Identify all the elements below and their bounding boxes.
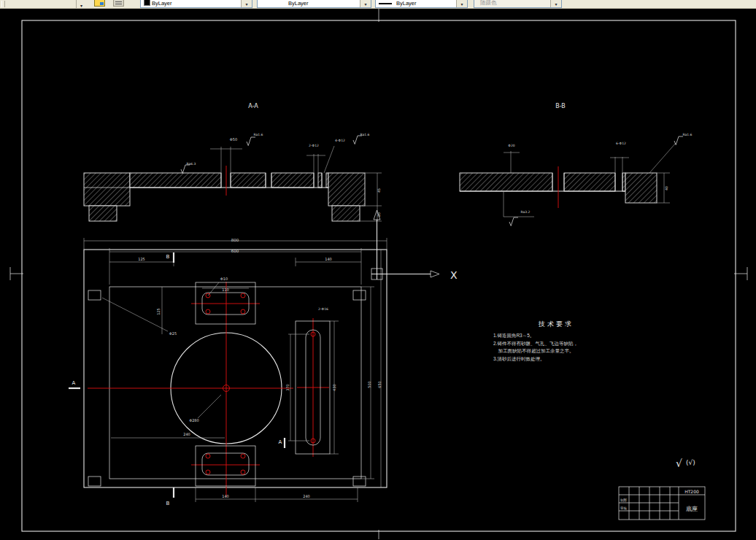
dim-label: 2-Φ16 [318,307,328,311]
dim-label: 125 [156,308,161,315]
dim-label: 430 [332,384,336,391]
ucs-icon: X [371,210,458,281]
dim-label: 2-Φ12 [309,144,319,147]
tech-req-line: 加工面缺陷不得超过加工余量之半。 [493,347,619,355]
lineweight-sample-icon [379,3,392,4]
dim-label: 40 [665,186,668,190]
dim-label: 650 [377,381,382,388]
dim-label: Φ10 [220,277,228,281]
dim-label: 800 [231,238,239,242]
dim-label: A [279,439,282,445]
dim-label: Φ20 [508,144,514,147]
tech-req-line: 3.清砂后进行时效处理。 [493,355,619,363]
dim-label: Ra6.3 [187,162,196,166]
dimension-labels: A-AΦ50Ra1.62-Φ124-Φ12Ra1.6Ra6.34520B-BΦ2… [72,103,693,506]
toolbar-overflow-icon[interactable]: ▾ [80,3,82,8]
dim-label: 6-Φ12 [616,142,626,145]
lineweight-combo[interactable]: ByLayer ▾ [375,0,468,8]
make-layer-current-icon[interactable] [94,0,105,7]
part-name-cell: 底座 [686,506,698,512]
dim-label: 140 [325,257,332,261]
dim-label: Ra1.6 [254,133,263,136]
technical-requirements: 技术要求 1.铸造圆角R3～5。2.铸件不得有砂眼、气孔、飞边等缺陷， 加工面缺… [493,319,619,363]
linetype-combo-value: ByLayer [288,0,309,7]
plotstyle-combo: 随颜色 ▾ [474,0,562,8]
lineweight-combo-value: ByLayer [396,0,417,7]
drawing-canvas[interactable]: X HT200 底座 制图 审核 √ (√) A-AΦ50Ra1.62-Φ124… [0,0,756,540]
color-combo[interactable]: ByLayer ▾ [140,0,252,8]
section-view-a-a [84,136,382,221]
dim-label: A [72,380,76,386]
plotstyle-combo-value: 随颜色 [480,0,497,7]
toolbar-separator [76,0,77,8]
dim-label: Φ280 [189,418,198,423]
surface-finish-note: √ (√) [676,458,695,469]
dim-label: Φ25 [169,331,177,336]
surface-finish-others-symbol: (√) [686,459,695,466]
surface-finish-symbol: √ [676,458,682,469]
color-combo-value: ByLayer [152,0,172,7]
dim-label: 20 [377,212,381,217]
dim-label: Ra1.6 [683,133,693,136]
dim-label: Ra1.6 [360,133,370,136]
dim-label: B [166,254,170,260]
section-view-b-b [460,136,683,226]
checked-by-label: 审核 [620,506,628,510]
dim-label: 500 [367,381,371,388]
dim-label: 240 [303,494,310,498]
material-cell: HT200 [684,489,699,494]
dim-label: Φ50 [230,137,237,142]
dim-label: B [166,501,170,506]
dim-label: 110 [222,288,229,292]
tech-req-title: 技术要求 [493,319,619,330]
layer-properties-icon[interactable] [113,0,124,7]
color-swatch-icon [144,0,150,6]
dim-label: 600 [231,249,239,253]
dim-label: 45 [377,188,381,193]
linetype-combo[interactable]: ByLayer ▾ [257,0,371,8]
dim-label: 125 [138,257,145,261]
toolbar-grip[interactable] [1,1,5,7]
drawn-by-label: 制图 [620,498,627,502]
linetype-combo-arrow-icon[interactable]: ▾ [360,0,371,7]
plotstyle-combo-arrow-icon: ▾ [550,0,561,7]
dim-label: 240 [183,432,190,436]
dim-label: B-B [555,103,566,109]
dim-label: Ra3.2 [521,210,531,214]
lineweight-combo-arrow-icon[interactable]: ▾ [456,0,467,7]
tech-req-line: 1.铸造圆角R3～5。 [493,332,619,340]
tech-req-line: 2.铸件不得有砂眼、气孔、飞边等缺陷， [493,340,619,348]
dim-label: 370 [285,384,290,391]
color-combo-arrow-icon[interactable]: ▾ [241,0,252,7]
dim-label: A-A [248,103,258,109]
tech-req-body: 1.铸造圆角R3～5。2.铸件不得有砂眼、气孔、飞边等缺陷， 加工面缺陷不得超过… [493,332,619,363]
dim-label: 140 [222,494,229,498]
title-block: HT200 底座 制图 审核 [619,487,705,520]
dim-label: 4-Φ12 [335,139,345,142]
ucs-x-label: X [450,269,458,281]
properties-toolbar: ▾ ByLayer ▾ ByLayer ▾ ByLayer ▾ 随颜色 ▾ [0,0,756,9]
